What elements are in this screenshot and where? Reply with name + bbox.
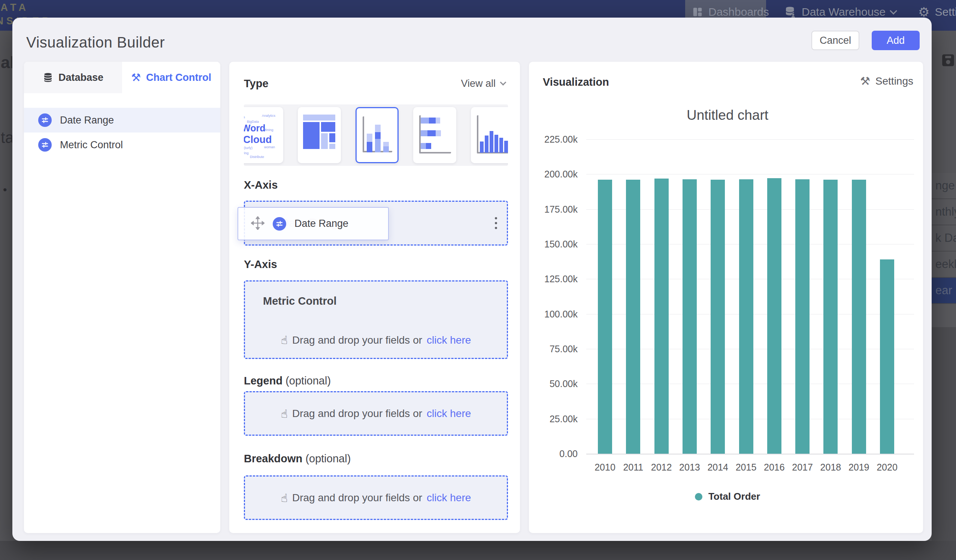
bar-2018 <box>823 180 838 454</box>
legend-optional: (optional) <box>285 375 331 387</box>
hand-tap-icon: ☝ <box>281 334 288 347</box>
chart-type-stacked-column[interactable] <box>355 107 399 163</box>
background-bottom-strip <box>0 541 956 560</box>
legend-series-label: Total Order <box>708 491 760 502</box>
thumb-word: Word <box>244 123 265 133</box>
nav-label: Settings <box>935 6 956 18</box>
drop-hint-text: Drag and drop your fields or <box>292 492 422 504</box>
background-menu-item: eekly <box>932 251 956 278</box>
field-label: Metric Control <box>60 139 123 151</box>
tune-icon <box>38 138 52 152</box>
bar-2011 <box>626 180 640 454</box>
chart-control-tools-icon: ⚒ <box>131 71 141 84</box>
x-category-label: 2020 <box>872 462 902 473</box>
y-axis-dropzone[interactable]: Metric Control ☝ Drag and drop your fiel… <box>244 280 508 359</box>
background-text-fragment: al <box>1 53 13 72</box>
dashboards-grid-icon <box>692 6 703 17</box>
type-section-label: Type <box>244 77 269 90</box>
breakdown-dropzone[interactable]: ☝ Drag and drop your fields or click her… <box>244 475 508 520</box>
chart-type-strip: ness Analytics BigData Mining Word Cloud… <box>244 104 508 166</box>
chevron-down-icon <box>500 79 506 86</box>
bar-2010 <box>598 180 612 454</box>
database-icon <box>43 72 53 83</box>
background-panel <box>932 327 956 541</box>
breakdown-label: Breakdown <box>244 453 302 464</box>
tab-chart-control[interactable]: ⚒ Chart Control <box>122 62 220 93</box>
click-here-link[interactable]: click here <box>427 408 471 420</box>
cancel-button[interactable]: Cancel <box>811 31 859 50</box>
bar-2017 <box>795 179 810 454</box>
x-category-label: 2014 <box>703 462 733 473</box>
chip-label: Date Range <box>294 218 348 229</box>
bar-chart-plot <box>586 139 914 454</box>
view-all-label: View all <box>461 78 495 89</box>
date-range-chip[interactable]: Date Range <box>237 207 389 240</box>
legend-marker-dot <box>695 493 702 500</box>
drop-hint-text: Drag and drop your fields or <box>292 334 422 346</box>
chart-type-word-cloud[interactable]: ness Analytics BigData Mining Word Cloud… <box>244 107 283 163</box>
kebab-menu-icon[interactable] <box>495 217 497 229</box>
metric-control-label: Metric Control <box>263 295 337 307</box>
chart-type-stacked-bar[interactable] <box>413 107 456 163</box>
breakdown-optional: (optional) <box>305 453 351 464</box>
builder-panel: Type View all ness Analytics BigData Min… <box>229 62 520 533</box>
view-all-dropdown[interactable]: View all <box>461 78 505 89</box>
x-axis-dropzone[interactable]: Date Range Date Range <box>244 201 508 246</box>
background-page-right-fragment: nge nthly k Date eekly ear <box>932 31 956 541</box>
field-item-date-range[interactable]: Date Range <box>24 108 220 133</box>
x-category-label: 2016 <box>759 462 789 473</box>
data-warehouse-icon <box>785 6 796 18</box>
chevron-down-icon <box>890 7 897 15</box>
background-menu-item: nthly <box>932 199 956 225</box>
chart-control-field-list: Date Range Metric Control <box>24 108 220 157</box>
x-category-label: 2012 <box>646 462 676 473</box>
chart-title: Untitled chart <box>540 107 915 123</box>
visualization-panel-title: Visualization <box>543 76 609 88</box>
y-tick-label: 225.00k <box>533 134 578 145</box>
tab-label: Database <box>58 72 104 83</box>
visualization-panel: Visualization ⚒ Settings Untitled chart … <box>529 62 923 533</box>
chart-type-treemap[interactable] <box>298 107 341 163</box>
background-menu-item-selected: ear <box>932 278 956 304</box>
legend-section-label: Legend (optional) <box>244 375 331 387</box>
y-tick-label: 75.00k <box>533 344 578 355</box>
background-menu-item: nge <box>932 173 956 199</box>
field-item-metric-control[interactable]: Metric Control <box>24 133 220 157</box>
bar-2014 <box>711 180 725 454</box>
modal-title: Visualization Builder <box>26 34 165 51</box>
nav-label: Data Warehouse <box>802 6 885 18</box>
breakdown-section-label: Breakdown (optional) <box>244 453 351 465</box>
chart-type-column[interactable] <box>471 107 508 163</box>
y-tick-label: 0.00 <box>533 449 578 459</box>
add-button[interactable]: Add <box>872 31 920 50</box>
bar-2015 <box>739 179 753 454</box>
chart-gridline <box>586 139 914 140</box>
x-category-label: 2015 <box>731 462 761 473</box>
bar-2019 <box>852 180 866 454</box>
x-category-label: 2018 <box>816 462 846 473</box>
move-icon <box>251 216 264 231</box>
click-here-link[interactable]: click here <box>427 334 471 346</box>
field-label: Date Range <box>60 115 114 126</box>
visualization-builder-modal: Visualization Builder Cancel Add Databas… <box>13 17 932 541</box>
gear-icon: ⚙ <box>918 5 929 19</box>
x-category-label: 2013 <box>675 462 704 473</box>
settings-label: Settings <box>876 75 913 87</box>
logo-line1: DATA <box>0 1 52 14</box>
x-category-label: 2010 <box>590 462 620 473</box>
bar-2012 <box>654 179 669 454</box>
y-tick-label: 50.00k <box>533 378 578 389</box>
y-tick-label: 100.00k <box>533 309 578 320</box>
x-category-label: 2019 <box>844 462 874 473</box>
background-menu-item: k Date <box>932 225 956 251</box>
bar-2016 <box>767 178 781 454</box>
background-menu-tail <box>932 304 956 327</box>
legend-dropzone[interactable]: ☝ Drag and drop your fields or click her… <box>244 391 508 436</box>
fields-panel: Database ⚒ Chart Control Date Range Metr… <box>24 62 220 533</box>
tune-icon <box>273 217 286 231</box>
visualization-settings-button[interactable]: ⚒ Settings <box>860 74 913 88</box>
click-here-link[interactable]: click here <box>427 492 471 504</box>
tab-database[interactable]: Database <box>24 62 122 93</box>
legend-label: Legend <box>244 375 283 387</box>
background-page-left-fragment: al ta • <box>0 31 13 541</box>
